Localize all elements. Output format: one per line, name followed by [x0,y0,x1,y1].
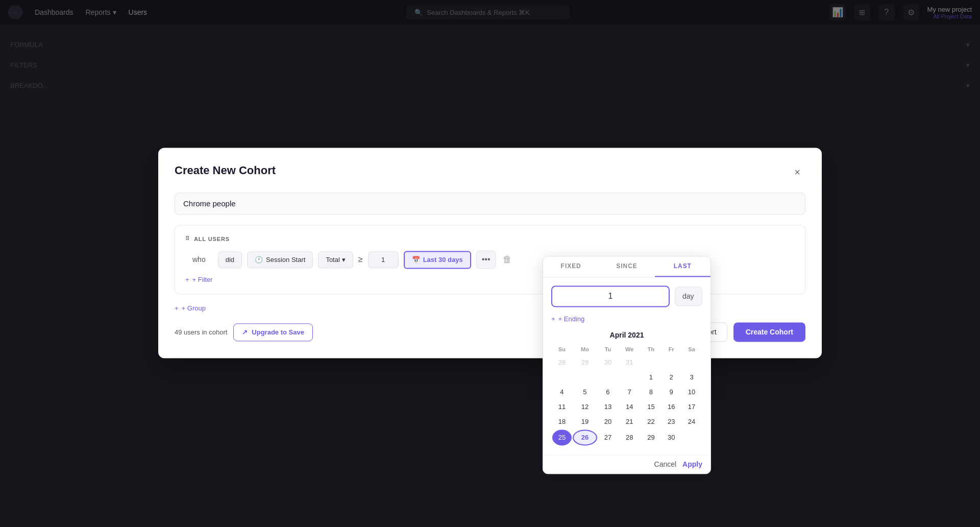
dp-apply-button[interactable]: Apply [682,460,702,468]
plus-ending-icon: + [551,315,555,323]
cal-day[interactable]: 31 [619,355,641,369]
total-arrow-icon: ▾ [342,256,346,264]
calendar-month-label: April 2021 [551,331,702,339]
all-users-section: ⠿ ALL USERS who did 🕐 Session Start Tota… [175,225,805,294]
trash-icon: 🗑 [503,254,512,265]
cal-day[interactable]: 14 [619,400,641,414]
date-range-label: Last 30 days [423,256,463,264]
gte-symbol: ≥ [358,255,363,264]
table-row: 1 2 3 [552,370,701,384]
date-range-pill[interactable]: 📅 Last 30 days [404,251,471,269]
dp-unit-select[interactable]: day [675,286,702,306]
count-input[interactable]: 1 [368,251,399,268]
session-start-label: Session Start [266,256,305,264]
cal-day [682,355,701,369]
cal-day[interactable]: 18 [552,415,572,428]
cal-day[interactable]: 4 [552,385,572,399]
datepicker-tabs: FIXED SINCE LAST [543,256,710,277]
cal-day[interactable]: 2 [662,370,681,384]
total-pill[interactable]: Total ▾ [318,251,353,268]
clock-icon: 🕐 [255,256,263,264]
cal-day[interactable]: 12 [573,400,597,414]
cal-day-today[interactable]: 26 [573,429,597,445]
datepicker-footer: Cancel Apply [543,454,710,473]
cal-day [619,370,641,384]
cohort-name-input[interactable] [175,193,805,214]
calendar-icon: 📅 [412,256,420,264]
cal-day[interactable]: 13 [598,400,618,414]
cal-day[interactable]: 23 [662,415,681,428]
tab-last[interactable]: LAST [655,256,710,277]
cal-day [573,370,597,384]
day-th: Th [642,344,661,354]
plus-icon: + [185,276,189,283]
modal-title: Create New Cohort [175,164,276,177]
cal-day[interactable]: 1 [642,370,661,384]
dp-unit-label: day [682,292,694,300]
cal-day [598,370,618,384]
cal-day[interactable]: 27 [598,429,618,445]
cal-day[interactable]: 30 [662,429,681,445]
cal-day[interactable]: 29 [642,429,661,445]
did-pill[interactable]: did [218,251,242,268]
cal-day[interactable]: 30 [598,355,618,369]
table-row: 4 5 6 7 8 9 10 [552,385,701,399]
more-options-pill[interactable]: ••• [476,250,496,269]
more-icon: ••• [482,255,491,264]
cal-day-selected[interactable]: 25 [552,429,572,445]
close-button[interactable]: × [789,164,805,180]
cal-day[interactable]: 5 [573,385,597,399]
cal-day[interactable]: 28 [619,429,641,445]
footer-left: 49 users in cohort ↗ Upgrade to Save [175,323,313,341]
cal-day[interactable]: 24 [682,415,701,428]
day-fr: Fr [662,344,681,354]
tab-since[interactable]: SINCE [599,256,654,277]
day-we: We [619,344,641,354]
cal-day [642,355,661,369]
cal-day[interactable]: 16 [662,400,681,414]
cal-day [682,429,701,445]
drag-handle-icon[interactable]: ⠿ [185,235,190,242]
cal-day[interactable]: 9 [662,385,681,399]
ending-label: + Ending [558,315,585,323]
calendar-grid: Su Mo Tu We Th Fr Sa 28 29 [551,343,702,446]
delete-filter-button[interactable]: 🗑 [501,252,514,267]
cal-day[interactable]: 19 [573,415,597,428]
dp-ending-button[interactable]: + + Ending [543,315,710,329]
cal-day[interactable]: 3 [682,370,701,384]
dp-cancel-button[interactable]: Cancel [654,460,677,468]
cal-day[interactable]: 20 [598,415,618,428]
cal-day[interactable]: 22 [642,415,661,428]
cal-day[interactable]: 8 [642,385,661,399]
cal-day[interactable]: 17 [682,400,701,414]
cal-day[interactable]: 10 [682,385,701,399]
datepicker-dropdown: FIXED SINCE LAST day + + Ending April 20… [543,256,711,474]
dp-last-row: day [551,285,702,307]
cal-day [662,355,681,369]
dp-number-input[interactable] [551,285,670,307]
table-row: 18 19 20 21 22 23 24 [552,415,701,428]
table-row: 11 12 13 14 15 16 17 [552,400,701,414]
cal-day[interactable]: 6 [598,385,618,399]
add-filter-label: + Filter [192,276,213,283]
tab-fixed[interactable]: FIXED [543,256,599,277]
export-icon: ↗ [242,328,248,336]
modal-header: Create New Cohort × [175,164,805,180]
cal-day[interactable]: 21 [619,415,641,428]
close-icon: × [794,166,800,178]
cal-day[interactable]: 15 [642,400,661,414]
session-start-pill[interactable]: 🕐 Session Start [247,251,313,268]
upgrade-to-save-button[interactable]: ↗ Upgrade to Save [233,323,313,341]
upgrade-label: Upgrade to Save [252,328,304,336]
cal-day[interactable]: 11 [552,400,572,414]
cohort-count-label: 49 users in cohort [175,328,227,336]
plus-group-icon: + [175,304,179,312]
day-tu: Tu [598,344,618,354]
day-sa: Sa [682,344,701,354]
cal-day[interactable]: 28 [552,355,572,369]
dp-calendar: April 2021 Su Mo Tu We Th Fr Sa [543,331,710,454]
create-cohort-button[interactable]: Create Cohort [733,322,805,342]
cal-day[interactable]: 29 [573,355,597,369]
cal-day[interactable]: 7 [619,385,641,399]
day-mo: Mo [573,344,597,354]
